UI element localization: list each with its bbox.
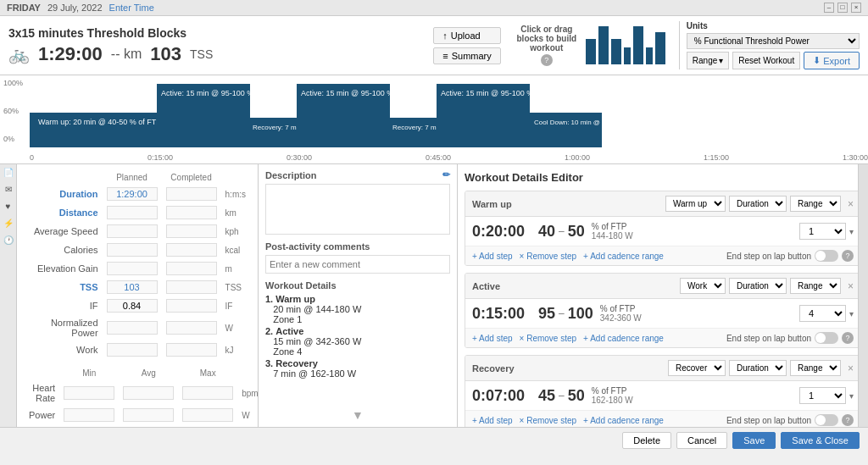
metrics-table: Planned Completed Duration h:m:s Distanc… (24, 169, 251, 360)
recovery-help-icon[interactable]: ? (842, 414, 854, 426)
power-min-input[interactable] (64, 408, 114, 422)
warmup-duration-select[interactable]: Duration (729, 196, 787, 212)
file-icon[interactable]: 📄 (3, 168, 14, 180)
editor-scrollbar[interactable] (858, 164, 868, 427)
hr-avg-input[interactable] (123, 386, 174, 400)
recovery-lap-chevron: ▾ (849, 391, 854, 401)
metric-planned-input[interactable] (107, 187, 158, 201)
hr-min-input[interactable] (64, 386, 114, 400)
heart-icon[interactable]: ♥ (3, 202, 14, 213)
active-remove-step[interactable]: × Remove step (520, 334, 577, 343)
maximize-button[interactable]: □ (837, 3, 848, 13)
delete-button[interactable]: Delete (622, 432, 671, 449)
warmup-type-select[interactable]: Warm up (665, 196, 726, 212)
mail-icon[interactable]: ✉ (3, 185, 14, 197)
recovery-lap-toggle-switch[interactable] (815, 414, 838, 426)
active-help-icon[interactable]: ? (842, 332, 854, 344)
workout-details-header: Workout Details (265, 280, 450, 291)
block-item[interactable] (611, 39, 621, 64)
close-button[interactable]: × (851, 3, 861, 13)
block-item[interactable] (598, 26, 609, 64)
block-item[interactable] (655, 32, 665, 64)
hr-max-input[interactable] (182, 386, 233, 400)
col-label-header (25, 171, 102, 184)
clock-icon[interactable]: 🕐 (3, 235, 14, 247)
block-item[interactable] (646, 47, 653, 64)
metric-planned-input[interactable] (107, 343, 158, 357)
description-textarea[interactable] (265, 184, 450, 235)
metric-completed-input[interactable] (166, 262, 217, 275)
recovery-step-body: 0:07:00 45 – 50 % of FTP 162-180 W 1 ▾ (465, 381, 860, 410)
warmup-lap-toggle-switch[interactable] (815, 250, 838, 262)
save-close-button[interactable]: Save & Close (781, 432, 860, 449)
units-label: Units (687, 21, 860, 30)
metric-completed-input[interactable] (166, 224, 217, 238)
warmup-add-cadence[interactable]: + Add cadence range (583, 252, 664, 261)
active-controls: Work Duration Range × (680, 278, 854, 294)
metric-planned-input[interactable] (107, 321, 158, 335)
comment-input[interactable] (265, 255, 450, 274)
cancel-button[interactable]: Cancel (676, 432, 727, 449)
metric-planned-input[interactable] (107, 206, 158, 219)
active-type-select[interactable]: Work (680, 278, 726, 294)
metric-completed-input[interactable] (166, 321, 217, 335)
recovery-close-icon[interactable]: × (848, 363, 854, 374)
warmup-remove-step[interactable]: × Remove step (520, 252, 577, 261)
metric-planned-input[interactable] (107, 299, 158, 313)
svg-text:Active: 15 min @ 95-100 % of F: Active: 15 min @ 95-100 % of FTP (301, 89, 419, 97)
metric-completed-input[interactable] (166, 343, 217, 357)
warmup-step-body: 0:20:00 40 – 50 % of FTP 144-180 W 1 ▾ (465, 217, 860, 246)
recovery-lap-select[interactable]: 1 (799, 387, 846, 404)
metric-unit: m (222, 260, 249, 277)
metric-completed-input[interactable] (166, 243, 217, 257)
metric-planned-input[interactable] (107, 243, 158, 257)
edit-icon[interactable]: ✏ (442, 169, 450, 180)
summary-button[interactable]: ≡ Summary (433, 47, 500, 64)
active-lap-select[interactable]: 4 (799, 305, 846, 322)
warmup-lap-select[interactable]: 1 (799, 223, 846, 240)
block-item[interactable] (624, 47, 631, 64)
metric-completed-input[interactable] (166, 280, 217, 294)
help-icon[interactable]: ? (541, 54, 553, 66)
active-add-step[interactable]: + Add step (472, 334, 513, 343)
block-item[interactable] (633, 26, 643, 64)
warmup-range-select[interactable]: Range (790, 196, 841, 212)
warmup-end-lap-label: End step on lap button (726, 252, 811, 261)
range-button[interactable]: Range ▾ (687, 52, 729, 69)
enter-time-link[interactable]: Enter Time (109, 3, 154, 13)
reset-workout-button[interactable]: Reset Workout (732, 52, 800, 69)
power-avg-input[interactable] (123, 408, 174, 422)
warmup-close-icon[interactable]: × (848, 198, 854, 210)
table-row: Distance km (25, 204, 249, 221)
recovery-duration-select[interactable]: Duration (729, 360, 787, 376)
metric-completed-input[interactable] (166, 206, 217, 219)
recovery-remove-step[interactable]: × Remove step (520, 416, 577, 425)
lightning-icon[interactable]: ⚡ (3, 219, 14, 230)
recovery-range-select[interactable]: Range (790, 360, 841, 376)
active-close-icon[interactable]: × (848, 280, 854, 292)
metric-completed-input[interactable] (166, 299, 217, 313)
export-button[interactable]: ⬇ Export (804, 52, 860, 69)
recovery-step-footer: + Add step × Remove step + Add cadence r… (465, 410, 860, 427)
active-range-select[interactable]: Range (790, 278, 841, 294)
recovery-add-cadence[interactable]: + Add cadence range (583, 416, 664, 425)
active-lap-toggle-switch[interactable] (815, 332, 838, 344)
recovery-type-select[interactable]: Recover (668, 360, 726, 376)
metric-planned-input[interactable] (107, 280, 158, 294)
minimize-button[interactable]: – (824, 3, 834, 13)
metric-planned-input[interactable] (107, 262, 158, 275)
recovery-controls: Recover Duration Range × (668, 360, 854, 376)
warmup-add-step[interactable]: + Add step (472, 252, 513, 261)
power-max-input[interactable] (182, 408, 233, 422)
upload-button[interactable]: ↑ Upload (433, 27, 500, 44)
units-select[interactable]: % Functional Threshold Power (687, 33, 860, 49)
save-button[interactable]: Save (732, 432, 776, 449)
metric-planned-input[interactable] (107, 224, 158, 238)
active-duration-select[interactable]: Duration (729, 278, 787, 294)
description-header: Description ✏ (265, 169, 450, 180)
block-item[interactable] (586, 39, 596, 64)
recovery-add-step[interactable]: + Add step (472, 416, 513, 425)
active-add-cadence[interactable]: + Add cadence range (583, 334, 664, 343)
warmup-help-icon[interactable]: ? (842, 250, 854, 262)
metric-completed-input[interactable] (166, 187, 217, 201)
